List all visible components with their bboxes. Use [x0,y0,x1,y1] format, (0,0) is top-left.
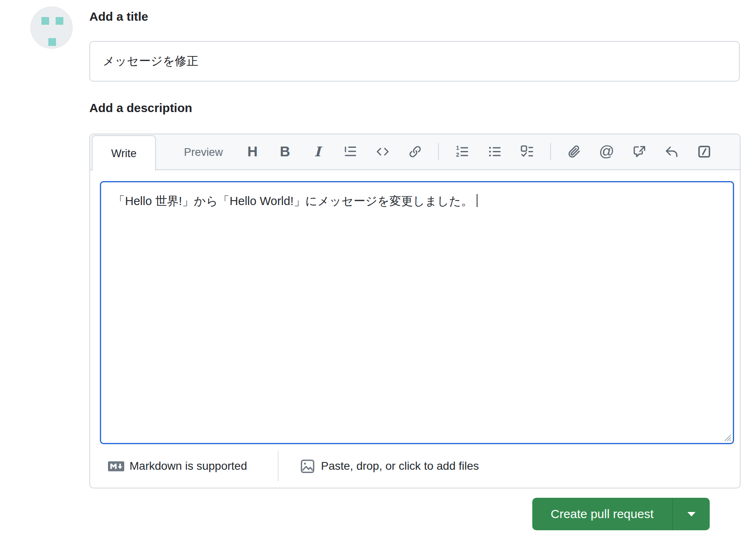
description-heading: Add a description [89,101,192,115]
toolbar-divider [550,143,551,160]
tab-write[interactable]: Write [92,135,156,171]
create-pull-request-button[interactable]: Create pull request [532,498,672,530]
avatar [30,6,73,49]
quote-icon[interactable] [334,139,366,164]
svg-text:1: 1 [456,145,459,151]
create-pull-request-split-button: Create pull request [532,498,710,530]
identicon-squares [30,6,73,49]
attach-files-button[interactable]: Paste, drop, or click to add files [321,460,479,473]
mention-icon[interactable]: @ [590,139,623,164]
toolbar-divider [438,143,439,160]
markdown-editor: Write Preview H B I 12 [89,134,741,488]
editor-footer: Markdown is supported Paste, drop, or cl… [90,445,740,488]
svg-text:2: 2 [456,151,459,158]
attach-file-icon[interactable] [558,139,590,164]
footer-divider [278,451,279,481]
text-cursor [477,194,477,207]
markdown-icon [108,461,124,471]
image-icon [300,458,315,474]
task-list-icon[interactable] [511,139,543,164]
bulleted-list-icon[interactable] [478,139,511,164]
markdown-hint[interactable]: Markdown is supported [130,460,247,473]
tab-preview[interactable]: Preview [158,135,249,169]
heading-icon[interactable]: H [236,139,269,164]
link-icon[interactable] [399,139,431,164]
editor-toolbar: H B I 12 [236,134,736,168]
cross-reference-icon[interactable] [623,139,655,164]
resize-handle-icon[interactable] [722,432,732,442]
reply-icon[interactable] [655,139,688,164]
description-text: 「Hello 世界!」から「Hello World!」にメッセージを変更しました… [113,194,473,207]
italic-icon[interactable]: I [301,139,334,164]
new-pull-request-form: Add a title メッセージを修正 Add a description W… [0,0,756,540]
pull-request-options-dropdown[interactable] [672,498,710,530]
numbered-list-icon[interactable]: 12 [446,139,478,164]
chevron-down-icon [687,512,696,516]
title-input[interactable]: メッセージを修正 [89,41,740,82]
code-icon[interactable] [366,139,399,164]
bold-icon[interactable]: B [269,139,301,164]
slash-command-icon[interactable] [688,139,720,164]
description-textarea[interactable]: 「Hello 世界!」から「Hello World!」にメッセージを変更しました… [100,181,734,444]
title-heading: Add a title [89,10,148,24]
editor-header: Write Preview H B I 12 [90,134,740,170]
